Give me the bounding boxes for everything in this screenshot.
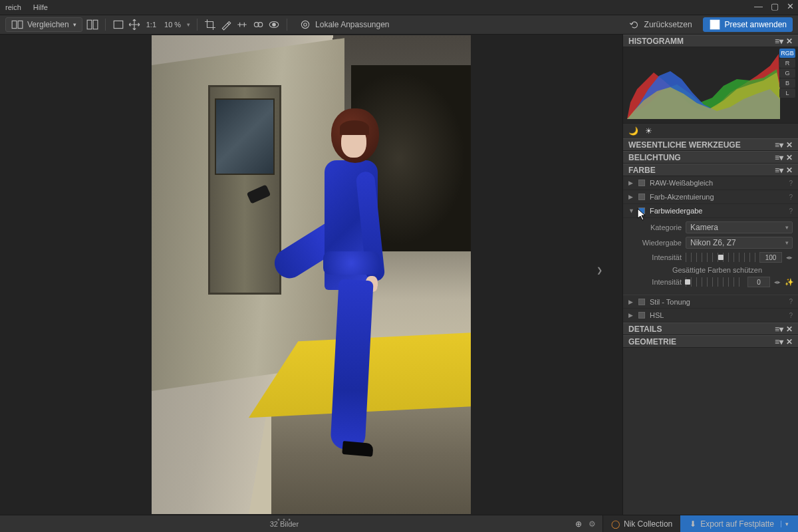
menu-reich[interactable]: reich xyxy=(5,3,21,11)
menu-help[interactable]: Hilfe xyxy=(33,3,48,11)
settings-icon[interactable]: ⚙ xyxy=(589,519,596,529)
chevron-down-icon: ▾ xyxy=(73,21,76,28)
close-icon[interactable]: ✕ xyxy=(786,337,793,346)
intensity1-value[interactable]: 100 xyxy=(759,252,782,263)
channel-g[interactable]: G xyxy=(779,68,795,78)
menu-icon[interactable]: ≡▾ xyxy=(775,337,783,346)
compare-label: Vergleichen xyxy=(27,20,69,29)
collapse-icon[interactable]: ▼ xyxy=(628,207,634,214)
horizon-icon[interactable] xyxy=(236,19,248,31)
crop-icon[interactable] xyxy=(204,19,216,31)
help-icon[interactable]: ? xyxy=(789,298,793,305)
row-label: Farb-Akzentuierung xyxy=(650,193,784,201)
intensity1-slider[interactable] xyxy=(686,253,755,262)
photo-preview xyxy=(152,35,471,514)
row-hsl[interactable]: ▶ HSL ? xyxy=(623,309,798,323)
stepper-icon[interactable]: ◂▸ xyxy=(786,254,793,261)
eye-icon[interactable] xyxy=(268,19,280,31)
toggle[interactable] xyxy=(638,180,645,186)
status-icons: ⊕ ⚙ xyxy=(569,519,602,529)
maximize-icon[interactable]: ▢ xyxy=(771,1,779,11)
target-icon[interactable]: ⊕ xyxy=(575,519,582,529)
section-geometry-label: GEOMETRIE xyxy=(628,337,676,346)
drag-handle-icon[interactable]: • • • xyxy=(277,516,291,523)
histogram-header[interactable]: HISTOGRAMM ≡▾✕ xyxy=(623,35,798,47)
expand-icon[interactable]: ▶ xyxy=(628,194,634,200)
section-exposure[interactable]: BELICHTUNG ≡▾✕ xyxy=(623,151,798,164)
section-color-label: FARBE xyxy=(628,166,656,175)
close-icon[interactable]: ✕ xyxy=(786,37,793,46)
row-raw-wb[interactable]: ▶ RAW-Weißabgleich ? xyxy=(623,176,798,190)
help-icon[interactable]: ? xyxy=(789,207,793,215)
render-select[interactable]: Nikon Z6, Z7 xyxy=(686,237,793,249)
row-rendering[interactable]: ▼ Farbwiedergabe ? xyxy=(623,204,798,218)
menu-icon[interactable]: ≡▾ xyxy=(775,153,783,162)
channel-l[interactable]: L xyxy=(779,88,795,98)
render-value: Nikon Z6, Z7 xyxy=(690,238,736,247)
minimize-icon[interactable]: — xyxy=(754,1,763,11)
menu-icon[interactable]: ≡▾ xyxy=(775,37,783,46)
expand-icon[interactable]: ▶ xyxy=(628,180,634,186)
category-select[interactable]: Kamera xyxy=(686,221,793,233)
split-view-icon[interactable] xyxy=(86,19,98,31)
shadow-clip-icon[interactable]: 🌙 xyxy=(628,126,638,136)
help-icon[interactable]: ? xyxy=(789,312,793,319)
section-color[interactable]: FARBE ≡▾✕ xyxy=(623,164,798,176)
expand-icon[interactable]: ▶ xyxy=(628,312,634,319)
separator xyxy=(287,19,287,31)
nik-collection-button[interactable]: ◯ Nik Collection xyxy=(602,515,680,532)
local-adjust-button[interactable]: Lokale Anpassungen xyxy=(294,17,394,32)
panel-reveal-icon[interactable]: ❯ xyxy=(597,266,606,275)
intensity2-value[interactable]: 0 xyxy=(747,277,770,287)
expand-icon[interactable]: ▶ xyxy=(628,299,634,305)
section-exposure-label: BELICHTUNG xyxy=(628,153,681,162)
section-tools[interactable]: WESENTLICHE WERKZEUGE ≡▾✕ xyxy=(623,138,798,151)
export-button[interactable]: ⬇ Export auf Festplatte ▾ xyxy=(680,515,798,532)
row-accent[interactable]: ▶ Farb-Akzentuierung ? xyxy=(623,190,798,204)
wand-icon[interactable]: ✨ xyxy=(785,278,793,287)
eyedropper-icon[interactable] xyxy=(220,19,232,31)
toggle[interactable] xyxy=(638,299,645,305)
close-icon[interactable]: ✕ xyxy=(786,325,793,334)
section-details-label: DETAILS xyxy=(628,325,662,334)
retouch-icon[interactable] xyxy=(252,19,264,31)
svg-point-9 xyxy=(301,21,309,28)
section-details[interactable]: DETAILS ≡▾✕ xyxy=(623,323,798,335)
section-geometry[interactable]: GEOMETRIE ≡▾✕ xyxy=(623,335,798,348)
menu-icon[interactable]: ≡▾ xyxy=(775,140,783,150)
chevron-down-icon[interactable]: ▾ xyxy=(187,21,190,28)
close-icon[interactable]: ✕ xyxy=(786,166,793,175)
row-style[interactable]: ▶ Stil - Tonung ? xyxy=(623,295,798,309)
toggle[interactable] xyxy=(638,312,645,319)
intensity2-slider[interactable] xyxy=(686,277,743,287)
stepper-icon[interactable]: ◂▸ xyxy=(774,279,781,285)
row-label: RAW-Weißabgleich xyxy=(650,179,784,187)
close-icon[interactable]: ✕ xyxy=(787,1,794,11)
image-viewer[interactable] xyxy=(0,35,622,515)
channel-rgb[interactable]: RGB xyxy=(779,49,795,58)
histogram-footer: 🌙 ☀ xyxy=(623,124,798,138)
channel-b[interactable]: B xyxy=(779,78,795,88)
close-icon[interactable]: ✕ xyxy=(786,140,793,150)
help-icon[interactable]: ? xyxy=(789,180,793,187)
zoom-level[interactable]: 10 % xyxy=(164,21,181,29)
apply-preset-button[interactable]: Preset anwenden xyxy=(703,17,793,32)
ratio-label[interactable]: 1:1 xyxy=(146,21,156,29)
menu-icon[interactable]: ≡▾ xyxy=(775,325,783,334)
channel-r[interactable]: R xyxy=(779,59,795,68)
local-adjust-label: Lokale Anpassungen xyxy=(315,20,389,29)
move-icon[interactable] xyxy=(128,19,140,31)
reset-button[interactable]: Zurücksetzen xyxy=(623,17,698,32)
compare-button[interactable]: Vergleichen ▾ xyxy=(5,17,82,32)
separator xyxy=(197,19,198,31)
close-icon[interactable]: ✕ xyxy=(786,153,793,162)
menu-icon[interactable]: ≡▾ xyxy=(775,166,783,175)
toggle[interactable] xyxy=(638,207,645,214)
undo-icon xyxy=(628,19,640,31)
svg-point-8 xyxy=(273,23,276,27)
help-icon[interactable]: ? xyxy=(789,194,793,201)
chevron-down-icon: ▾ xyxy=(781,521,789,527)
toggle[interactable] xyxy=(638,194,645,200)
frame-icon[interactable] xyxy=(112,19,124,31)
highlight-clip-icon[interactable]: ☀ xyxy=(645,126,652,136)
